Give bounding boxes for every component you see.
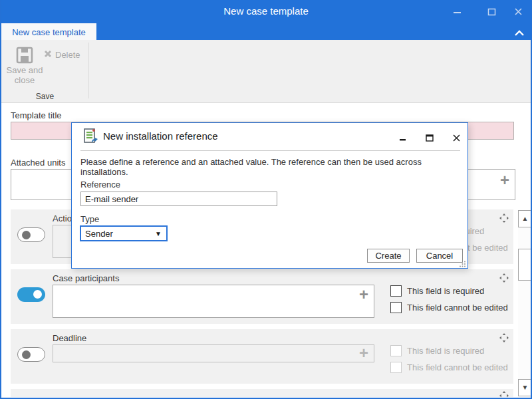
delete-icon bbox=[44, 49, 52, 61]
cannot-edit-checkbox-label: This field cannot be edited bbox=[407, 303, 508, 313]
dialog-maximize-icon[interactable] bbox=[426, 133, 434, 142]
action-toggle[interactable] bbox=[17, 227, 45, 242]
deadline-row-label: Deadline bbox=[53, 333, 86, 343]
add-participant-icon[interactable]: + bbox=[359, 288, 368, 301]
app-window: New case template New case template bbox=[0, 0, 532, 399]
action-row-label: Actio bbox=[53, 213, 72, 223]
vertical-scrollbar: ▲ ▼ bbox=[518, 210, 532, 396]
required-checkbox[interactable] bbox=[390, 285, 402, 297]
move-row-icon[interactable] bbox=[499, 333, 509, 342]
reference-input[interactable] bbox=[80, 192, 277, 206]
deadline-input[interactable]: + bbox=[53, 344, 374, 362]
save-and-close-label: Save and close bbox=[4, 65, 45, 85]
chevron-down-icon: ▼ bbox=[155, 230, 162, 237]
move-row-icon[interactable] bbox=[499, 213, 509, 223]
create-button[interactable]: Create bbox=[367, 249, 410, 263]
title-bar: New case template bbox=[0, 0, 532, 23]
save-icon bbox=[16, 47, 33, 64]
field-row-case-participants: Case participants + This field is requir… bbox=[11, 269, 513, 324]
dialog-minimize-icon[interactable] bbox=[399, 133, 408, 142]
type-dropdown-value: Sender bbox=[85, 229, 113, 239]
reference-label: Reference bbox=[80, 180, 120, 190]
move-row-icon[interactable] bbox=[499, 391, 509, 399]
dialog-title: New installation reference bbox=[103, 130, 218, 142]
case-participants-input[interactable]: + bbox=[53, 285, 374, 318]
case-participants-toggle[interactable] bbox=[17, 287, 45, 302]
ribbon-group-separator bbox=[88, 43, 89, 98]
scroll-up-icon[interactable]: ▲ bbox=[518, 210, 532, 227]
add-deadline-icon: + bbox=[359, 346, 368, 360]
add-unit-icon[interactable]: + bbox=[500, 174, 509, 187]
required-checkbox-label: This field is required bbox=[407, 286, 484, 296]
cancel-button[interactable]: Cancel bbox=[416, 249, 463, 263]
toggle-knob bbox=[22, 231, 31, 239]
cannot-edit-checkbox[interactable] bbox=[390, 302, 402, 313]
delete-label: Delete bbox=[55, 50, 80, 60]
close-icon[interactable] bbox=[513, 7, 524, 17]
scroll-down-icon[interactable]: ▼ bbox=[518, 379, 532, 396]
scrollbar-thumb[interactable] bbox=[518, 249, 532, 281]
dialog-close-icon[interactable] bbox=[452, 133, 461, 142]
toggle-knob bbox=[22, 350, 31, 359]
delete-button[interactable]: Delete bbox=[44, 48, 80, 61]
required-checkbox-label: This field is required bbox=[407, 346, 484, 356]
field-row-partial bbox=[11, 389, 513, 397]
template-title-label: Template title bbox=[11, 110, 62, 120]
resize-grip[interactable] bbox=[458, 259, 466, 267]
minimize-icon[interactable] bbox=[452, 7, 463, 17]
dialog-title-separator bbox=[80, 150, 460, 151]
tab-strip: New case template bbox=[0, 23, 532, 41]
case-participants-row-label: Case participants bbox=[53, 273, 119, 283]
deadline-toggle[interactable] bbox=[17, 347, 45, 362]
ribbon-group-label: Save bbox=[1, 92, 88, 101]
collapse-ribbon-icon[interactable] bbox=[515, 28, 524, 36]
required-checkbox[interactable] bbox=[390, 345, 402, 356]
move-row-icon[interactable] bbox=[499, 273, 509, 283]
field-row-deadline: Deadline + This field is required This f… bbox=[11, 329, 513, 384]
toggle-knob bbox=[33, 290, 42, 299]
save-and-close-button[interactable]: Save and close bbox=[4, 44, 45, 94]
dialog-message: Please define a reference and an attache… bbox=[80, 157, 463, 177]
cannot-edit-checkbox-label: This field cannot be edited bbox=[407, 362, 508, 372]
type-dropdown[interactable]: Sender ▼ bbox=[80, 225, 168, 241]
tab-label: New case template bbox=[12, 27, 86, 37]
cannot-edit-checkbox[interactable] bbox=[390, 362, 402, 373]
attached-units-label: Attached units bbox=[11, 158, 65, 168]
tab-new-case-template[interactable]: New case template bbox=[1, 23, 96, 41]
maximize-icon[interactable] bbox=[487, 7, 497, 17]
ribbon: Save and close Delete Save bbox=[1, 40, 531, 103]
new-installation-reference-dialog: New installation reference Please define… bbox=[71, 122, 468, 269]
type-label: Type bbox=[80, 214, 99, 224]
installation-reference-icon bbox=[82, 128, 98, 144]
